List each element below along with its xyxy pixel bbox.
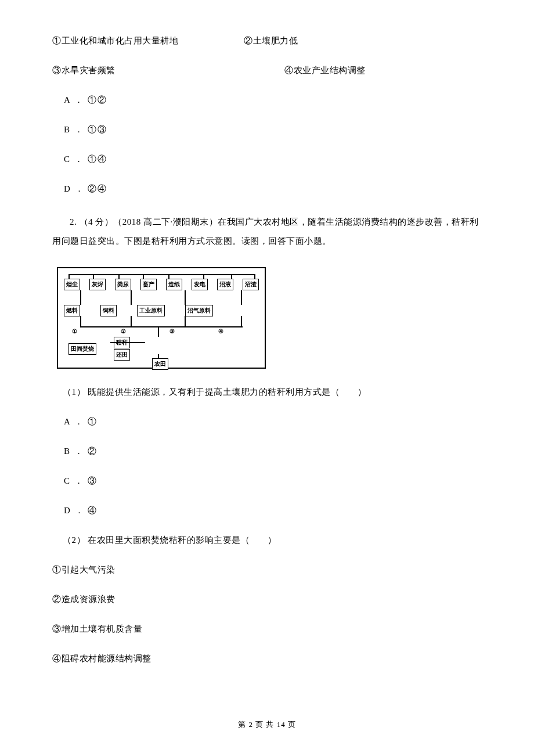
diagram-box-biogas: 沼气原料 — [185, 305, 213, 316]
q1-stmt3: ③水旱灾害频繁 — [52, 64, 284, 77]
q2-stem: 2. （4 分）（2018 高二下·濮阳期末）在我国广大农村地区，随着生活能源消… — [52, 213, 482, 251]
diagram-label-4: ④ — [218, 328, 223, 334]
diagram-box-livestock: 畜产 — [140, 279, 157, 290]
q2-sub2: （2） 在农田里大面积焚烧秸秆的影响主要是（ ） — [52, 534, 482, 546]
diagram-label-2: ② — [121, 328, 126, 334]
page-content: ①工业化和城市化占用大量耕地 ②土壤肥力低 ③水旱灾害频繁 ④农业产业结构调整 … — [0, 0, 534, 665]
q2-2-s3: ③增加土壤有机质含量 — [52, 623, 482, 635]
diagram-box-smoke: 烟尘 — [64, 279, 80, 290]
q2-1-option-a: A ． ① — [52, 416, 482, 428]
diagram-box-ash: 灰烬 — [89, 279, 106, 290]
q1-stmt1: ①工业化和城市化占用大量耕地 — [52, 35, 244, 47]
diagram-box-power: 发电 — [192, 279, 208, 290]
q1-statements-row2: ③水旱灾害频繁 ④农业产业结构调整 — [52, 64, 482, 77]
diagram-label-1: ① — [72, 328, 77, 334]
diagram-box-field: 农田 — [152, 358, 168, 370]
q1-option-d: D ． ②④ — [52, 183, 482, 195]
q1-statements-row1: ①工业化和城市化占用大量耕地 ②土壤肥力低 — [52, 35, 482, 47]
q1-stmt2: ②土壤肥力低 — [244, 35, 482, 47]
diagram-box-industrial: 工业原料 — [137, 305, 165, 316]
q1-option-b: B ． ①③ — [52, 124, 482, 136]
diagram-box-liquid: 沼液 — [217, 279, 233, 290]
q2-1-option-c: C ． ③ — [52, 475, 482, 487]
q2-1-option-b: B ． ② — [52, 445, 482, 458]
diagram-label-3: ③ — [169, 328, 175, 334]
q2-2-s4: ④阻碍农村能源结构调整 — [52, 653, 482, 665]
q1-stmt4: ④农业产业结构调整 — [284, 64, 366, 77]
q2-2-s1: ①引起大气污染 — [52, 564, 482, 576]
diagram-box-fuel: 燃料 — [64, 305, 80, 316]
q1-option-c: C ． ①④ — [52, 153, 482, 165]
q1-option-a: A ． ①② — [52, 94, 482, 106]
q2-sub1: （1） 既能提供生活能源，又有利于提高土壤肥力的秸秆利用方式是（ ） — [52, 386, 482, 398]
diagram-box-paper: 造纸 — [166, 279, 182, 290]
diagram-box-return: 还田 — [114, 349, 130, 361]
diagram-box-residue: 沼渣 — [243, 279, 259, 290]
q2-2-s2: ②造成资源浪费 — [52, 593, 482, 606]
page-footer: 第 2 页 共 14 页 — [0, 719, 534, 730]
diagram-box-manure: 粪尿 — [115, 279, 131, 290]
diagram-box-feed: 饲料 — [100, 305, 117, 316]
diagram-box-burn: 田间焚烧 — [68, 343, 96, 355]
straw-usage-diagram: 烟尘 灰烬 粪尿 畜产 造纸 发电 沼液 沼渣 燃料 饲料 工业原料 沼气原料 … — [57, 267, 266, 369]
q2-1-option-d: D ． ④ — [52, 505, 482, 517]
